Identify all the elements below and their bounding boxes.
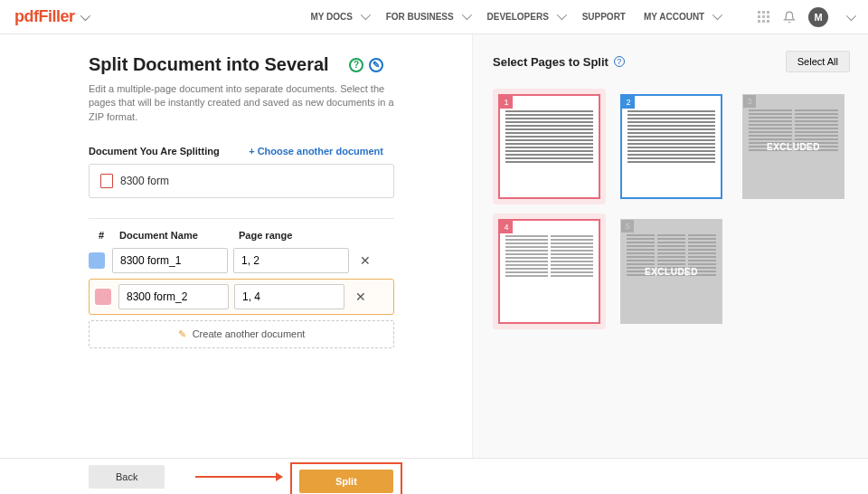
divider <box>89 218 394 219</box>
page-thumb-1[interactable]: 1 <box>493 89 606 204</box>
nav-right: M <box>758 7 854 27</box>
document-name-input[interactable] <box>112 248 228 273</box>
split-row-1: ✕ <box>89 248 394 273</box>
select-all-button[interactable]: Select All <box>786 51 850 72</box>
page-description: Edit a multiple-page document into separ… <box>89 82 396 124</box>
annotation-highlight: Split <box>290 462 402 494</box>
create-another-button[interactable]: ✎ Create another document <box>89 320 394 348</box>
chevron-down-icon <box>556 10 566 20</box>
back-button[interactable]: Back <box>89 465 165 489</box>
nav-mydocs[interactable]: MY DOCS <box>310 12 367 22</box>
split-button[interactable]: Split <box>299 470 393 493</box>
col-range: Page range <box>233 230 349 241</box>
chevron-down-icon <box>712 10 722 20</box>
excluded-overlay: EXCLUDED <box>743 95 844 198</box>
pencil-icon: ✎ <box>178 328 186 339</box>
footer: Back Split <box>0 458 868 494</box>
nav-account[interactable]: MY ACCOUNT <box>644 12 720 22</box>
pdf-icon <box>100 174 113 188</box>
page-range-input[interactable] <box>233 248 349 273</box>
col-num: # <box>89 230 114 241</box>
page-title: Split Document into Several <box>89 54 329 75</box>
feedback-icon[interactable]: ✎ <box>369 58 383 72</box>
chevron-down-icon[interactable] <box>846 10 856 20</box>
main-nav: MY DOCS FOR BUSINESS DEVELOPERS SUPPORT … <box>310 7 854 27</box>
table-header: # Document Name Page range <box>89 230 472 248</box>
color-swatch[interactable] <box>95 289 111 305</box>
logo[interactable]: pdfFiller <box>14 7 75 26</box>
top-bar: pdfFiller MY DOCS FOR BUSINESS DEVELOPER… <box>0 0 868 34</box>
page-range-input[interactable] <box>234 284 344 309</box>
remove-row-icon[interactable]: ✕ <box>355 290 366 304</box>
apps-grid-icon[interactable] <box>758 11 770 24</box>
page-thumb-3[interactable]: 3 EXCLUDED <box>737 89 850 204</box>
page-number-badge: 4 <box>500 221 513 233</box>
col-name: Document Name <box>114 230 233 241</box>
page-thumb-4[interactable]: 4 <box>493 214 606 329</box>
bell-icon[interactable] <box>783 11 796 24</box>
help-icon[interactable]: ? <box>349 58 363 72</box>
choose-another-link[interactable]: + Choose another document <box>249 146 383 157</box>
nav-support[interactable]: SUPPORT <box>582 12 626 22</box>
source-document-name: 8300 form <box>120 175 169 187</box>
split-row-2: ✕ <box>89 279 394 315</box>
nav-business[interactable]: FOR BUSINESS <box>386 12 469 22</box>
chevron-down-icon <box>360 10 370 20</box>
page-thumb-2[interactable]: 2 <box>615 89 728 204</box>
page-number-badge: 1 <box>500 96 513 109</box>
annotation-arrow <box>195 476 282 478</box>
splitting-label: Document You Are Splitting <box>89 146 220 157</box>
right-title: Select Pages to Split <box>493 55 609 69</box>
page-thumb-5[interactable]: 5 EXCLUDED <box>615 214 728 329</box>
source-document-box: 8300 form <box>89 164 394 198</box>
remove-row-icon[interactable]: ✕ <box>360 253 371 268</box>
page-grid: 1 2 3 EXCLUDED 4 <box>493 89 850 329</box>
color-swatch[interactable] <box>89 252 105 269</box>
excluded-overlay: EXCLUDED <box>621 220 722 323</box>
nav-developers[interactable]: DEVELOPERS <box>487 12 564 22</box>
info-icon[interactable]: ? <box>614 56 625 67</box>
avatar[interactable]: M <box>808 7 828 27</box>
chevron-down-icon[interactable] <box>80 10 90 20</box>
document-name-input[interactable] <box>118 284 229 309</box>
right-panel: Select Pages to Split ? Select All 1 2 3 <box>472 34 868 458</box>
left-panel: Split Document into Several ? ✎ Edit a m… <box>0 34 472 458</box>
page-number-badge: 2 <box>622 96 635 109</box>
chevron-down-icon <box>461 10 471 20</box>
